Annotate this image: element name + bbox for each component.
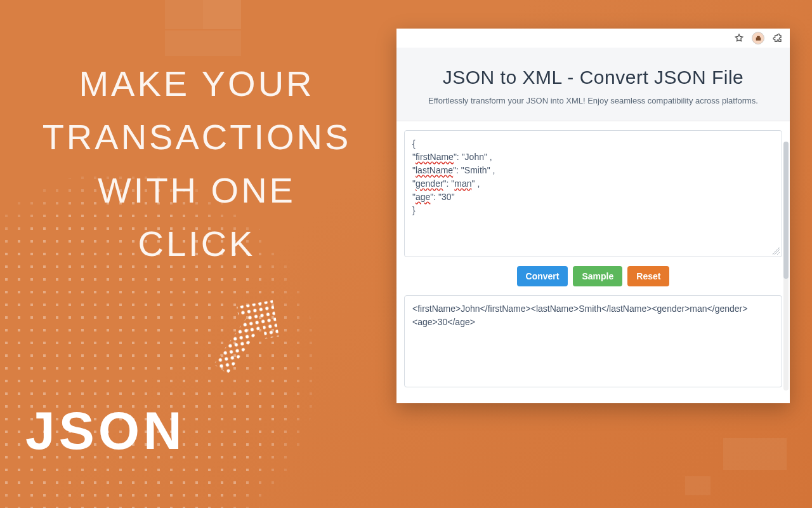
decorative-rect <box>203 0 241 29</box>
svg-rect-2 <box>757 36 759 37</box>
decorative-rect <box>723 438 787 470</box>
decorative-rect <box>685 476 710 495</box>
app-body: {"firstName": "John" ,"lastName": "Smith… <box>396 121 790 394</box>
page-subtitle: Effortlessly transform your JSON into XM… <box>409 96 777 105</box>
promo-stage: make your transactions with one click JS… <box>0 0 812 508</box>
json-input[interactable]: {"firstName": "John" ,"lastName": "Smith… <box>404 130 782 257</box>
promo-headline: make your transactions with one click <box>38 57 355 271</box>
resize-grip-icon[interactable] <box>772 247 780 255</box>
promo-headline-line: transactions <box>38 110 355 164</box>
page-title: JSON to XML - Convert JSON File <box>409 67 777 88</box>
promo-headline-line: make your <box>38 57 355 110</box>
reset-button[interactable]: Reset <box>627 266 669 286</box>
promo-copy: make your transactions with one click <box>38 57 355 271</box>
arrow-icon <box>190 292 292 394</box>
star-icon[interactable] <box>733 32 745 44</box>
app-header: JSON to XML - Convert JSON File Effortle… <box>396 48 790 121</box>
promo-headline-line: with one click <box>38 164 355 271</box>
decorative-rect <box>165 0 203 29</box>
extension-icon[interactable] <box>752 32 764 44</box>
decorative-rect <box>165 30 241 56</box>
svg-rect-1 <box>756 37 761 40</box>
app-window: JSON to XML - Convert JSON File Effortle… <box>396 29 790 403</box>
button-row: Convert Sample Reset <box>404 257 782 295</box>
json-badge: JSON <box>25 400 186 462</box>
puzzle-icon[interactable] <box>771 32 783 44</box>
sample-button[interactable]: Sample <box>573 266 622 286</box>
browser-toolbar <box>396 29 790 48</box>
xml-output[interactable]: <firstName>John</firstName><lastName>Smi… <box>404 295 782 387</box>
convert-button[interactable]: Convert <box>517 266 568 286</box>
scrollbar[interactable] <box>783 142 789 391</box>
